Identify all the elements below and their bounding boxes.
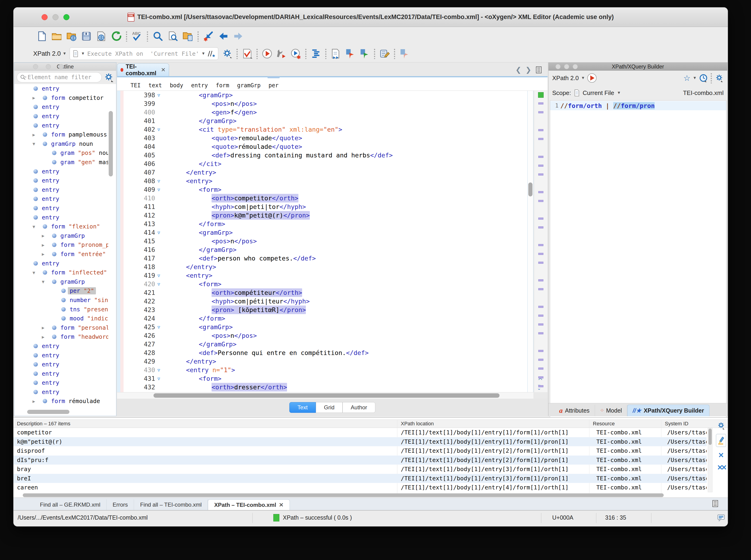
fold-toggle-icon[interactable]: ▽ (157, 228, 160, 237)
document-tab[interactable]: TEI-combo.xml ✕ (117, 63, 169, 76)
annotation-ruler[interactable]: ✕ ⌄⌄ (534, 91, 548, 392)
breadcrumb-item-entry[interactable]: entry (191, 82, 208, 89)
code-line[interactable]: 428<def>Personne qui entre en compétitio… (117, 348, 527, 357)
element-name-filter-input[interactable]: Element name filter (17, 72, 102, 82)
scrollbar-thumb[interactable] (154, 393, 499, 398)
builder-engine-dropdown[interactable]: XPath 2.0 (552, 75, 579, 82)
xpath-expression-combo[interactable]: ▼ Execute XPath on 'Current File' ▼ (70, 47, 218, 60)
code-line[interactable]: 404<quote>rémoulade</quote> (117, 142, 527, 151)
result-row[interactable]: competitor/TEI[1]/text[1]/body[1]/entry[… (14, 428, 707, 437)
search-match-mark[interactable] (538, 315, 544, 317)
outline-item[interactable]: mood "indica (14, 314, 108, 323)
xpath-favorites-icon[interactable] (207, 50, 215, 57)
green-pin-icon[interactable] (359, 48, 370, 59)
search-match-mark[interactable] (538, 385, 544, 387)
code-line[interactable]: 413</form> (117, 220, 527, 228)
column-header-resource[interactable]: Resource (593, 420, 615, 428)
outline-item[interactable]: entry (14, 204, 108, 213)
associate-schema-icon[interactable] (330, 48, 341, 59)
code-line[interactable]: 422<hyph>com|péti|teur</hyph> (117, 297, 527, 305)
search-match-mark[interactable] (538, 129, 544, 131)
edit-modules-icon[interactable] (379, 48, 390, 59)
outline-item[interactable]: entry (14, 84, 108, 93)
code-line[interactable]: 398▽<gramGrp> (117, 91, 527, 99)
code-line[interactable]: 418</entry> (117, 263, 527, 271)
scrollbar-thumb[interactable] (528, 182, 532, 196)
results-horizontal-scrollbar[interactable] (23, 493, 664, 497)
code-line[interactable]: 401</gramGrp> (117, 117, 527, 125)
outline-item[interactable]: ▶form rémoulade (14, 397, 108, 406)
search-match-mark[interactable] (538, 332, 544, 334)
search-match-mark[interactable] (538, 262, 544, 264)
search-match-mark[interactable] (538, 279, 544, 281)
outline-item[interactable]: entry (14, 112, 108, 121)
outline-vertical-scrollbar[interactable] (109, 111, 113, 177)
code-line[interactable]: 424</form> (117, 314, 527, 323)
next-tab-icon[interactable]: ❯ (526, 66, 531, 74)
breadcrumb-item-per[interactable]: per (269, 82, 278, 89)
search-match-mark[interactable] (538, 323, 544, 325)
column-header-system-id[interactable]: System ID (665, 420, 688, 428)
outline-item[interactable]: ▼form "flexion" (14, 222, 108, 231)
fold-toggle-icon[interactable]: ▽ (157, 185, 160, 194)
outline-item[interactable]: entry (14, 213, 108, 222)
search-match-mark[interactable] (538, 376, 544, 378)
builder-tab-xpath-xquery-builder[interactable]: //★XPath/XQuery Builder (627, 405, 709, 416)
code-editor[interactable]: 398▽<gramGrp>399<pos>n</pos>400<gen>f</g… (117, 91, 527, 392)
view-tab-text[interactable]: Text (289, 402, 316, 413)
fold-toggle-icon[interactable]: ▽ (157, 125, 160, 134)
execute-xpath-button[interactable] (587, 73, 597, 83)
code-line[interactable]: 414▽<gramGrp> (117, 228, 527, 237)
result-row[interactable]: bray/TEI[1]/text[1]/body[1]/entry[3]/for… (14, 465, 707, 474)
debug-transformation-icon[interactable]: ✱ (290, 48, 301, 59)
search-match-mark[interactable] (538, 165, 544, 167)
code-line[interactable]: 407</entry> (117, 168, 527, 177)
breadcrumb-item-body[interactable]: body (170, 82, 183, 89)
breadcrumb-item-form[interactable]: form (216, 82, 229, 89)
apply-transformation-icon[interactable] (261, 48, 273, 59)
collapsed-arrow-icon[interactable]: ▶ (42, 233, 46, 238)
outline-panel-header[interactable]: Outline (14, 63, 116, 71)
collapsed-arrow-icon[interactable]: ▶ (42, 325, 46, 330)
red-pin-icon[interactable] (344, 48, 356, 59)
xpath-expression-editor[interactable]: 1 //form/orth | //form/pron (550, 100, 726, 444)
expanded-arrow-icon[interactable]: ▼ (33, 270, 37, 275)
outline-item[interactable]: tns "presen (14, 305, 108, 314)
spell-check-icon[interactable]: ABC (132, 31, 143, 42)
view-tab-grid[interactable]: Grid (316, 402, 342, 413)
code-line[interactable]: 417<def>person who competes.</def> (117, 254, 527, 263)
search-match-mark[interactable] (538, 102, 544, 104)
fold-toggle-icon[interactable]: ▽ (157, 91, 160, 99)
results-settings-gear-icon[interactable] (717, 421, 725, 430)
previous-tab-icon[interactable]: ❮ (516, 66, 521, 74)
code-line[interactable]: 403<quote>remoulade</quote> (117, 134, 527, 142)
editor-vertical-scrollbar[interactable] (527, 91, 533, 392)
zoom-window-button[interactable] (63, 14, 70, 20)
code-line[interactable]: 400<gen>f</gen> (117, 108, 527, 117)
expanded-arrow-icon[interactable]: ▼ (42, 279, 46, 284)
result-row[interactable]: careen/TEI[1]/text[1]/body[1]/entry[4]/f… (14, 483, 707, 492)
scrollbar-thumb[interactable] (709, 428, 712, 445)
search-match-mark[interactable] (538, 138, 544, 140)
find-resource-icon[interactable] (182, 31, 193, 42)
code-line[interactable]: 415<pos>n</pos> (117, 237, 527, 245)
search-match-mark[interactable] (538, 306, 544, 308)
code-line[interactable]: 419▽<entry> (117, 271, 527, 280)
bottom-tab-xpath-tei-combo-xml[interactable]: XPath – TEI-combo.xml✕ (208, 499, 290, 510)
remove-result-icon[interactable]: ✕ (718, 451, 724, 459)
view-tab-author[interactable]: Author (342, 402, 375, 413)
code-line[interactable]: 409▽<form> (117, 185, 527, 194)
results-table[interactable]: competitor/TEI[1]/text[1]/body[1]/entry[… (14, 428, 707, 492)
search-match-mark[interactable] (538, 367, 544, 369)
fold-toggle-icon[interactable]: ▽ (157, 280, 160, 288)
code-line[interactable]: 433</f (117, 392, 527, 392)
code-line[interactable]: 429</entry> (117, 357, 527, 366)
search-match-mark[interactable] (538, 218, 544, 220)
collapsed-arrow-icon[interactable]: ▶ (42, 252, 46, 257)
open-url-icon[interactable] (66, 31, 77, 42)
fold-toggle-icon[interactable]: ▽ (157, 323, 160, 331)
bottom-tab-find-all-tei-combo-xml[interactable]: Find all – TEI-combo.xml (134, 499, 208, 510)
xpath-settings-gear-icon[interactable] (221, 48, 233, 59)
search-icon[interactable] (152, 31, 163, 42)
forward-icon[interactable] (233, 31, 244, 42)
